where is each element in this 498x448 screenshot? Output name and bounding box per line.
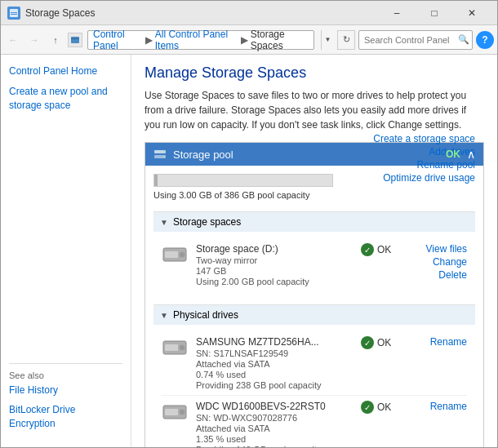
physical-drive-icon-0 — [162, 338, 188, 357]
storage-spaces-header[interactable]: ▼ Storage spaces — [153, 212, 475, 232]
address-path[interactable]: Control Panel ▶ All Control Panel Items … — [87, 30, 314, 50]
svg-point-25 — [181, 411, 183, 413]
rename-pool-link[interactable]: Rename pool — [373, 159, 475, 171]
physical-drive-actions-0: Rename — [418, 336, 467, 349]
path-current: Storage Spaces — [251, 29, 309, 51]
physical-drive-info-0: SAMSUNG MZ7TD256HA... SN: S17LNSAF129549… — [196, 336, 345, 390]
search-icon[interactable]: 🔍 — [458, 34, 469, 45]
physical-drive-name-0: SAMSUNG MZ7TD256HA... — [196, 336, 345, 348]
create-storage-space-link[interactable]: Create a storage space — [373, 133, 475, 144]
svg-rect-3 — [71, 37, 79, 43]
pool-usage-fill — [154, 175, 158, 186]
path-dropdown-button[interactable]: ▼ — [321, 30, 334, 50]
pool-capacity-text: Using 3.00 GB of 386 GB pool capacity — [153, 190, 475, 200]
storage-space-info: Storage space (D:) Two-way mirror 147 GB… — [196, 243, 345, 286]
storage-spaces-chevron: ▼ — [160, 218, 168, 227]
physical-drive-status-text-1: OK — [377, 401, 391, 413]
pool-status: OK — [446, 149, 460, 160]
storage-space-ok-icon: ✓ — [361, 243, 374, 256]
window-title: Storage Spaces — [25, 7, 378, 19]
change-link[interactable]: Change — [418, 256, 467, 268]
physical-drive-name-1: WDC WD1600BEVS-22RST0 — [196, 401, 345, 412]
physical-drive-ok-icon-1: ✓ — [361, 401, 374, 414]
pool-body: Create a storage space Add drives Rename… — [145, 166, 483, 447]
sidebar-item-control-panel-home[interactable]: Control Panel Home — [9, 64, 122, 78]
delete-link[interactable]: Delete — [418, 269, 467, 281]
address-bar: ← → ↑ Control Panel ▶ All Control Panel … — [1, 25, 497, 55]
pool-usage-bar — [153, 174, 333, 187]
svg-rect-15 — [165, 251, 178, 258]
sidebar: Control Panel Home Create a new pool and… — [1, 55, 131, 447]
rename-drive-link-0[interactable]: Rename — [418, 336, 467, 348]
storage-space-icon — [162, 245, 188, 264]
physical-drive-capacity-1: Providing 148 GB pool capacity — [196, 445, 345, 447]
pool-header-label: Storage pool — [173, 149, 233, 161]
pool-collapse-button[interactable]: ∧ — [467, 148, 475, 161]
sidebar-item-file-history[interactable]: File History — [9, 384, 122, 397]
window-icon — [7, 7, 20, 20]
svg-rect-4 — [71, 38, 79, 39]
main-layout: Control Panel Home Create a new pool and… — [1, 55, 497, 447]
svg-rect-23 — [165, 409, 178, 415]
storage-spaces-subsection: ▼ Storage spaces — [153, 211, 475, 298]
svg-rect-1 — [11, 12, 17, 13]
sidebar-bottom: See also File History BitLocker Drive En… — [9, 363, 122, 437]
physical-drive-connection-0: Attached via SATA — [196, 359, 345, 369]
physical-drives-label: Physical drives — [173, 309, 238, 321]
search-input[interactable] — [358, 30, 473, 50]
svg-point-21 — [181, 347, 183, 348]
pool-header-icon — [153, 148, 167, 161]
rename-drive-link-1[interactable]: Rename — [418, 401, 467, 412]
storage-spaces-label: Storage spaces — [173, 216, 241, 228]
path-control-panel[interactable]: Control Panel — [93, 29, 143, 51]
svg-point-17 — [181, 254, 183, 255]
physical-drive-ok-icon-0: ✓ — [361, 336, 374, 349]
svg-point-13 — [163, 156, 165, 157]
path-icon — [68, 33, 82, 47]
path-all-items[interactable]: All Control Panel Items — [155, 29, 238, 51]
physical-drive-usage-0: 0.74 % used — [196, 370, 345, 379]
physical-drives-header[interactable]: ▼ Physical drives — [153, 305, 475, 325]
maximize-button[interactable]: □ — [416, 1, 453, 25]
storage-space-status: ✓ OK — [361, 243, 402, 256]
minimize-button[interactable]: – — [378, 1, 416, 25]
storage-spaces-body: Storage space (D:) Two-way mirror 147 GB… — [153, 232, 475, 298]
back-button[interactable]: ← — [4, 31, 22, 49]
physical-drive-item-1: WDC WD1600BEVS-22RST0 SN: WD-WXC90702877… — [162, 396, 467, 447]
optimize-drive-usage-link[interactable]: Optimize drive usage — [373, 172, 475, 184]
physical-drive-actions-1: Rename — [418, 401, 467, 414]
help-button[interactable]: ? — [476, 31, 494, 49]
physical-drives-chevron: ▼ — [160, 311, 168, 320]
physical-drives-subsection: ▼ Physical drives — [153, 304, 475, 447]
close-button[interactable]: ✕ — [453, 1, 491, 25]
physical-drive-connection-1: Attached via SATA — [196, 424, 345, 433]
search-container: 🔍 — [358, 30, 473, 50]
refresh-button[interactable]: ↻ — [337, 30, 355, 50]
physical-drive-status-text-0: OK — [377, 337, 391, 348]
svg-rect-19 — [165, 344, 178, 351]
sidebar-item-bitlocker[interactable]: BitLocker Drive Encryption — [9, 403, 122, 431]
storage-space-item: Storage space (D:) Two-way mirror 147 GB… — [162, 238, 467, 291]
forward-button[interactable]: → — [25, 31, 43, 49]
storage-space-name: Storage space (D:) — [196, 243, 345, 255]
physical-drive-item: SAMSUNG MZ7TD256HA... SN: S17LNSAF129549… — [162, 331, 467, 396]
see-also-label: See also — [9, 370, 122, 380]
physical-drive-status-1: ✓ OK — [361, 401, 402, 414]
physical-drive-usage-1: 1.35 % used — [196, 434, 345, 444]
title-bar: Storage Spaces – □ ✕ — [1, 1, 497, 25]
storage-space-capacity: Using 2.00 GB pool capacity — [196, 277, 345, 286]
window-controls: – □ ✕ — [378, 1, 491, 25]
window: Storage Spaces – □ ✕ ← → ↑ Control Panel… — [0, 0, 498, 448]
view-files-link[interactable]: View files — [418, 243, 467, 255]
physical-drives-body: SAMSUNG MZ7TD256HA... SN: S17LNSAF129549… — [153, 325, 475, 447]
sidebar-item-create-pool[interactable]: Create a new pool and storage space — [9, 85, 122, 113]
svg-point-12 — [163, 151, 165, 153]
pool-header-left: Storage pool — [153, 148, 233, 161]
sidebar-top: Control Panel Home Create a new pool and… — [9, 64, 122, 118]
up-button[interactable]: ↑ — [47, 31, 64, 49]
svg-rect-2 — [11, 14, 17, 15]
content-area: Change settings Manage Storage Spaces Us… — [131, 55, 497, 447]
pool-header-right: OK ∧ — [446, 148, 475, 161]
page-title: Manage Storage Spaces — [145, 64, 484, 82]
page-description: Use Storage Spaces to save files to two … — [145, 88, 484, 132]
